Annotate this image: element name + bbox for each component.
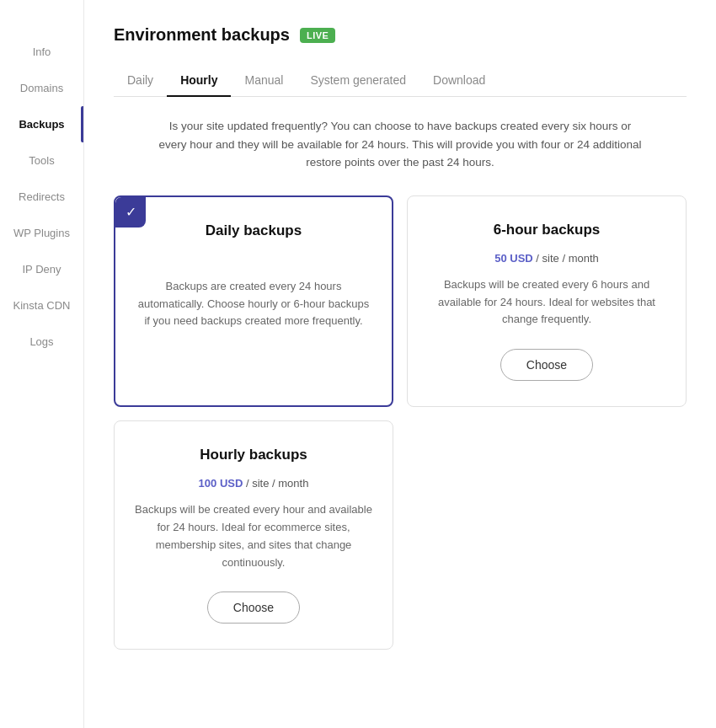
card-six-hour-description: Backups will be created every 6 hours an…: [428, 276, 665, 329]
choose-six-hour-button[interactable]: Choose: [500, 349, 593, 381]
tab-manual[interactable]: Manual: [231, 65, 297, 97]
sidebar: Info Domains Backups Tools Redirects WP …: [0, 0, 84, 728]
sidebar-item-wp-plugins[interactable]: WP Plugins: [0, 215, 83, 251]
sidebar-item-ip-deny[interactable]: IP Deny: [0, 251, 83, 287]
sidebar-item-tools[interactable]: Tools: [0, 142, 83, 179]
card-six-hour-price-amount: 50 USD: [494, 252, 533, 265]
sidebar-item-logs[interactable]: Logs: [0, 324, 83, 360]
card-daily-description: Backups are created every 24 hours autom…: [136, 278, 371, 330]
tab-hourly[interactable]: Hourly: [167, 65, 231, 97]
sidebar-item-info[interactable]: Info: [0, 34, 83, 70]
main-content: Environment backups LIVE Daily Hourly Ma…: [84, 0, 716, 728]
backup-cards-grid: ✓ Daily backups Backups are created ever…: [114, 195, 687, 650]
page-header: Environment backups LIVE: [114, 25, 687, 45]
page-description: Is your site updated frequently? You can…: [156, 117, 644, 172]
card-six-hour-price-suffix: / site / month: [536, 252, 598, 265]
card-hourly: Hourly backups 100 USD / site / month Ba…: [114, 420, 393, 650]
live-badge: LIVE: [300, 28, 335, 43]
tab-download[interactable]: Download: [419, 65, 499, 97]
selected-checkmark: ✓: [115, 197, 146, 228]
card-six-hour-price: 50 USD / site / month: [494, 252, 599, 265]
sidebar-item-backups[interactable]: Backups: [0, 106, 83, 142]
tab-system-generated[interactable]: System generated: [297, 65, 419, 97]
sidebar-item-kinsta-cdn[interactable]: Kinsta CDN: [0, 287, 83, 324]
card-hourly-title: Hourly backups: [200, 447, 307, 463]
sidebar-item-domains[interactable]: Domains: [0, 70, 83, 106]
card-daily: ✓ Daily backups Backups are created ever…: [114, 195, 393, 407]
card-hourly-price-amount: 100 USD: [199, 477, 243, 490]
card-hourly-price-suffix: / site / month: [246, 477, 308, 490]
sidebar-item-redirects[interactable]: Redirects: [0, 179, 83, 215]
choose-hourly-button[interactable]: Choose: [207, 592, 300, 624]
card-six-hour-title: 6-hour backups: [494, 222, 601, 238]
tabs-bar: Daily Hourly Manual System generated Dow…: [114, 65, 687, 97]
card-daily-title: Daily backups: [206, 222, 302, 239]
card-six-hour: 6-hour backups 50 USD / site / month Bac…: [407, 195, 687, 407]
page-title: Environment backups: [114, 25, 290, 45]
tab-daily[interactable]: Daily: [114, 65, 167, 97]
card-hourly-description: Backups will be created every hour and a…: [135, 501, 372, 571]
card-hourly-price: 100 USD / site / month: [199, 477, 309, 490]
